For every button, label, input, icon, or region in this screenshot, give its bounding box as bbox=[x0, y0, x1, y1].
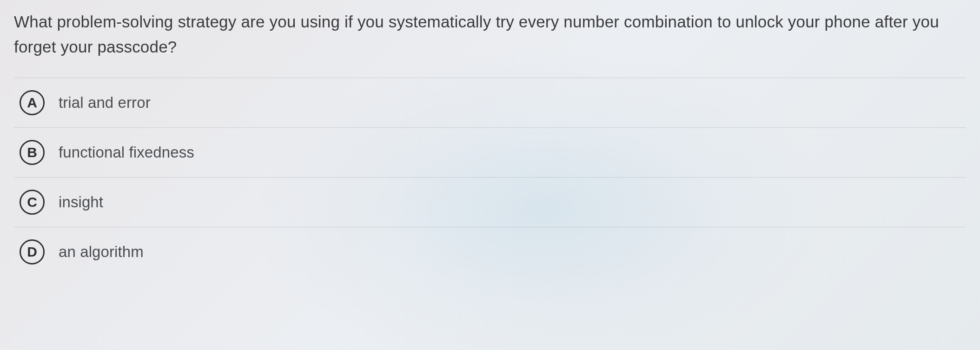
option-letter-b: B bbox=[20, 140, 45, 165]
option-text-a: trial and error bbox=[59, 94, 151, 112]
option-a[interactable]: A trial and error bbox=[14, 78, 966, 127]
option-letter-a: A bbox=[20, 90, 45, 115]
question-text: What problem-solving strategy are you us… bbox=[14, 9, 966, 60]
option-text-c: insight bbox=[59, 193, 103, 211]
option-text-b: functional fixedness bbox=[59, 144, 194, 161]
option-text-d: an algorithm bbox=[59, 243, 144, 261]
option-c[interactable]: C insight bbox=[14, 177, 966, 227]
option-d[interactable]: D an algorithm bbox=[14, 227, 966, 277]
option-letter-c: C bbox=[20, 190, 45, 215]
question-block: What problem-solving strategy are you us… bbox=[14, 9, 966, 277]
option-letter-d: D bbox=[20, 239, 45, 264]
options-list: A trial and error B functional fixedness… bbox=[14, 78, 966, 277]
option-b[interactable]: B functional fixedness bbox=[14, 127, 966, 177]
